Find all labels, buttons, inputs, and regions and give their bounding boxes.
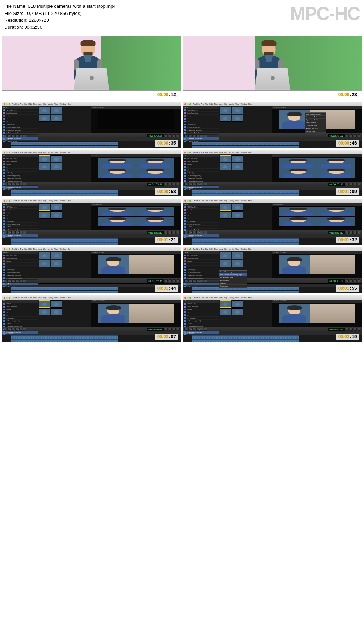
clip-thumb[interactable] xyxy=(39,300,50,308)
menu-item[interactable]: Window xyxy=(60,200,66,202)
sidebar-item[interactable]: Footage xyxy=(183,115,219,117)
context-menu-item[interactable]: Open in Angle Editor xyxy=(305,119,326,121)
sidebar-item[interactable]: Smart Collections xyxy=(2,160,38,163)
sidebar-item[interactable]: 4.0 Organizing (empty) xyxy=(2,126,38,129)
tool-button[interactable] xyxy=(177,134,180,137)
sidebar-item[interactable]: Footage xyxy=(183,308,219,311)
app-name[interactable]: Final Cut Pro xyxy=(12,200,23,202)
menu-item[interactable]: View xyxy=(54,248,58,250)
maximize-icon[interactable] xyxy=(9,297,10,299)
clip-thumb[interactable] xyxy=(232,308,243,315)
sidebar-item[interactable]: Smart Collections xyxy=(183,257,219,260)
tool-button[interactable] xyxy=(165,183,168,185)
menu-item[interactable]: Edit xyxy=(28,200,32,202)
context-menu-item[interactable]: Analyze and Fix... xyxy=(305,127,326,130)
maximize-icon[interactable] xyxy=(9,103,10,105)
tool-button[interactable] xyxy=(19,183,22,185)
angle-view[interactable] xyxy=(279,168,317,178)
tool-button[interactable] xyxy=(204,183,207,185)
timeline-clip[interactable] xyxy=(11,287,118,290)
tool-button[interactable] xyxy=(354,328,357,331)
tool-button[interactable] xyxy=(346,183,349,185)
menu-item[interactable]: Window xyxy=(60,151,66,153)
sidebar-item[interactable]: 1.0 xyxy=(2,311,38,314)
tool-button[interactable] xyxy=(173,328,176,331)
video-track[interactable] xyxy=(183,287,362,290)
tool-button[interactable] xyxy=(192,183,195,185)
angle-view[interactable] xyxy=(136,168,174,178)
tool-button[interactable] xyxy=(177,231,180,234)
timeline-clip[interactable] xyxy=(11,142,118,145)
sidebar-item[interactable]: 2.0 xyxy=(183,120,219,123)
context-menu-item[interactable]: Set Monitoring Angle xyxy=(219,276,247,279)
context-menu-item[interactable]: New Compound Clip... xyxy=(305,113,326,116)
menu-item[interactable]: Edit xyxy=(28,248,32,250)
tool-button[interactable] xyxy=(358,279,360,282)
tool-button[interactable] xyxy=(192,328,195,331)
sidebar-item[interactable]: 4.0 Organizing (empty) xyxy=(183,174,219,177)
menu-item[interactable]: Modify xyxy=(48,103,53,105)
tool-button[interactable] xyxy=(177,183,180,185)
tool-button[interactable] xyxy=(169,134,172,137)
sidebar-item[interactable]: Footage xyxy=(2,163,38,166)
close-icon[interactable] xyxy=(4,200,5,202)
clip-thumb[interactable] xyxy=(51,308,62,315)
project-item[interactable]: FCPX Guru Sync xyxy=(183,206,219,209)
clip-thumb[interactable] xyxy=(51,163,62,170)
close-icon[interactable] xyxy=(184,103,186,105)
timeline-clip[interactable] xyxy=(192,242,299,245)
maximize-icon[interactable] xyxy=(189,297,191,299)
menu-item[interactable]: Edit xyxy=(209,297,213,299)
clip-thumb[interactable] xyxy=(232,252,243,259)
video-track[interactable] xyxy=(183,142,362,145)
minimize-icon[interactable] xyxy=(187,248,189,250)
audio-track[interactable] xyxy=(183,242,362,245)
sidebar-item[interactable]: 5.0 Additional workflows xyxy=(2,177,38,180)
tool-button[interactable] xyxy=(346,279,349,282)
menu-item[interactable]: Mark xyxy=(38,151,42,153)
menu-item[interactable]: Mark xyxy=(219,200,223,202)
context-menu-item[interactable]: Transcode Media... xyxy=(305,124,326,127)
tool-button[interactable] xyxy=(346,231,349,234)
sidebar-item[interactable]: 4.0 Organizing (empty) xyxy=(2,271,38,274)
menu-item[interactable]: Trim xyxy=(33,297,37,299)
menu-item[interactable]: Mark xyxy=(219,248,223,250)
sidebar-item[interactable]: 1.0 xyxy=(2,117,38,120)
app-name[interactable]: Final Cut Pro xyxy=(193,297,204,299)
maximize-icon[interactable] xyxy=(189,152,191,153)
angle-view[interactable] xyxy=(98,216,136,227)
menu-item[interactable]: Modify xyxy=(229,151,234,153)
menu-item[interactable]: Trim xyxy=(214,151,218,153)
tool-button[interactable] xyxy=(200,328,203,331)
tool-button[interactable] xyxy=(169,279,172,282)
angle-view[interactable] xyxy=(317,216,355,227)
sidebar-item[interactable]: 3.0 Post Sync xyxy=(183,172,219,174)
menu-item[interactable]: View xyxy=(235,151,239,153)
menu-item[interactable]: View xyxy=(54,151,58,153)
tool-button[interactable] xyxy=(11,183,14,185)
clip-thumb[interactable] xyxy=(51,300,62,308)
sidebar-item[interactable]: 1.0 xyxy=(2,166,38,169)
sidebar-item[interactable]: 1.0 xyxy=(2,263,38,266)
menu-item[interactable]: View xyxy=(235,248,239,250)
sidebar-item[interactable]: 5.0 Additional workflows xyxy=(183,274,219,277)
menu-item[interactable]: Mark xyxy=(38,103,42,105)
timeline-clip[interactable] xyxy=(11,242,118,245)
tool-button[interactable] xyxy=(184,328,187,331)
tool-button[interactable] xyxy=(184,231,187,234)
close-icon[interactable] xyxy=(4,103,5,105)
clip-thumb[interactable] xyxy=(232,107,243,114)
minimize-icon[interactable] xyxy=(187,200,189,202)
audio-track[interactable] xyxy=(183,291,362,293)
timeline-clip[interactable] xyxy=(192,146,299,148)
menu-item[interactable]: Modify xyxy=(229,103,234,105)
tool-button[interactable] xyxy=(346,134,349,137)
app-name[interactable]: Final Cut Pro xyxy=(193,151,204,153)
context-menu-item[interactable]: Monitor Audio xyxy=(219,279,247,282)
menu-item[interactable]: Help xyxy=(248,200,252,202)
sidebar-item[interactable]: 5.0 Additional workflows xyxy=(2,322,38,325)
angle-view[interactable] xyxy=(317,206,355,217)
clip-thumb[interactable] xyxy=(220,163,231,170)
audio-track[interactable] xyxy=(183,194,362,196)
menu-item[interactable]: Clip xyxy=(43,248,47,250)
